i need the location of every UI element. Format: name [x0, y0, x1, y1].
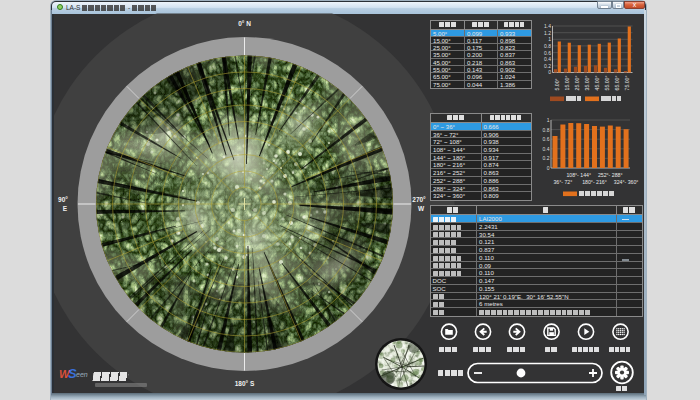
- svg-text:0: 0: [548, 69, 551, 75]
- svg-text:252°- 288°: 252°- 288°: [598, 172, 623, 178]
- svg-text:75.00°: 75.00°: [624, 75, 630, 90]
- svg-text:W: W: [418, 205, 425, 212]
- svg-text:15.00°: 15.00°: [564, 75, 570, 90]
- svg-text:0.4: 0.4: [543, 146, 550, 152]
- svg-text:0.6: 0.6: [544, 50, 551, 56]
- svg-text:0.2: 0.2: [544, 63, 551, 69]
- svg-text:E: E: [63, 205, 68, 212]
- svg-text:1.2: 1.2: [544, 30, 551, 36]
- svg-text:1: 1: [547, 117, 550, 123]
- svg-text:0: 0: [547, 165, 550, 171]
- svg-text:45.00°: 45.00°: [594, 75, 600, 90]
- svg-text:0° N: 0° N: [238, 20, 251, 27]
- svg-text:0.8: 0.8: [543, 127, 550, 133]
- svg-text:1: 1: [548, 36, 551, 42]
- svg-text:65.00°: 65.00°: [614, 75, 620, 90]
- svg-text:90°: 90°: [58, 196, 68, 203]
- svg-text:324°- 360°: 324°- 360°: [614, 179, 639, 185]
- svg-text:0.2: 0.2: [543, 155, 550, 161]
- svg-text:35.00°: 35.00°: [584, 75, 590, 90]
- svg-text:1.4: 1.4: [544, 23, 551, 29]
- svg-text:0.4: 0.4: [544, 56, 551, 62]
- svg-text:0.8: 0.8: [544, 43, 551, 49]
- svg-text:180°- 216°: 180°- 216°: [582, 179, 607, 185]
- svg-text:55.00°: 55.00°: [604, 75, 610, 90]
- svg-text:5.00°: 5.00°: [554, 78, 560, 90]
- svg-text:270°: 270°: [412, 196, 426, 203]
- svg-text:36°- 72°: 36°- 72°: [553, 179, 572, 185]
- svg-text:25.00°: 25.00°: [574, 75, 580, 90]
- svg-text:108°- 144°: 108°- 144°: [566, 172, 591, 178]
- svg-text:0.6: 0.6: [543, 136, 550, 142]
- svg-text:180° S: 180° S: [235, 380, 255, 387]
